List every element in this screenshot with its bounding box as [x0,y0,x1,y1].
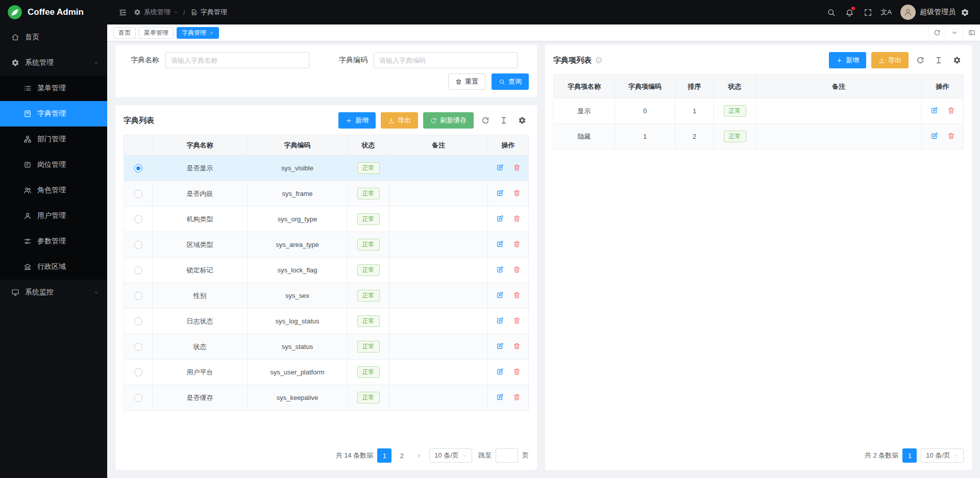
dict-row-sys_area_type[interactable]: 区域类型sys_area_type正常 [124,232,529,258]
edit-icon[interactable] [496,266,504,273]
breadcrumb-item-dict[interactable]: 字典管理 [190,8,227,17]
item-name-cell: 隐藏 [554,124,615,149]
row-radio[interactable] [134,317,142,325]
notification-bell-icon[interactable] [840,0,859,24]
page-size-select[interactable]: 10 条/页 [921,448,964,463]
row-radio[interactable] [134,368,142,376]
tab-home[interactable]: 首页 [113,27,136,39]
next-page-icon[interactable] [413,448,425,463]
sidebar-item-dept-management[interactable]: 部门管理 [0,127,107,152]
delete-icon[interactable] [513,240,521,248]
status-badge: 正常 [357,315,380,328]
table-settings-icon[interactable] [516,114,529,127]
search-icon[interactable] [822,0,840,24]
edit-icon[interactable] [496,215,504,222]
add-dict-item-button[interactable]: 新增 [829,52,866,68]
dict-row-sys_keepalive[interactable]: 是否缓存sys_keepalive正常 [124,385,529,411]
sidebar-item-role-management[interactable]: 角色管理 [0,178,107,203]
sidebar-collapse-icon[interactable] [113,0,132,24]
delete-icon[interactable] [513,215,521,222]
row-radio[interactable] [134,343,142,351]
dict-row-sys_status[interactable]: 状态sys_status正常 [124,334,529,360]
dict-row-sys_lock_flag[interactable]: 锁定标记sys_lock_flag正常 [124,258,529,283]
row-radio[interactable] [134,394,142,402]
delete-icon[interactable] [513,189,521,197]
sidebar-item-system-monitor[interactable]: 系统监控 [0,280,107,305]
edit-icon[interactable] [930,107,938,114]
delete-icon[interactable] [513,164,521,171]
sidebar-item-user-management[interactable]: 用户管理 [0,203,107,229]
settings-gear-icon[interactable] [955,0,974,24]
delete-icon[interactable] [947,132,955,140]
row-radio[interactable] [134,164,142,172]
delete-icon[interactable] [513,393,521,401]
export-dict-item-button[interactable]: 导出 [871,52,909,68]
delete-icon[interactable] [513,291,521,299]
row-radio[interactable] [134,241,142,249]
dict-row-sys_org_type[interactable]: 机构类型sys_org_type正常 [124,207,529,232]
edit-icon[interactable] [496,164,504,171]
column-header: 字典项编码 [615,75,675,98]
breadcrumb-item-system[interactable]: 系统管理 [134,8,178,17]
dict-row-sys_visible[interactable]: 是否显示sys_visible正常 [124,156,529,181]
edit-icon[interactable] [496,240,504,248]
dict-row-sys_sex[interactable]: 性别sys_sex正常 [124,283,529,309]
table-refresh-icon[interactable] [914,54,927,67]
sidebar-item-system-management[interactable]: 系统管理 [0,50,107,76]
table-settings-icon[interactable] [950,54,964,67]
dict-row-sys_frame[interactable]: 是否内嵌sys_frame正常 [124,181,529,207]
sidebar-item-home[interactable]: 首页 [0,24,107,50]
delete-icon[interactable] [513,368,521,375]
fullscreen-icon[interactable] [859,0,877,24]
refresh-page-icon[interactable] [928,24,945,41]
table-refresh-icon[interactable] [479,114,492,127]
row-radio[interactable] [134,190,142,198]
add-dict-button[interactable]: 新增 [338,112,376,129]
translate-icon[interactable]: 文A [877,0,895,24]
layout-toggle-icon[interactable] [963,24,980,41]
sidebar-item-menu-management[interactable]: 菜单管理 [0,76,107,101]
avatar[interactable] [900,5,916,20]
sidebar-item-post-management[interactable]: 岗位管理 [0,152,107,178]
dict-row-sys_user_platform[interactable]: 用户平台sys_user_platform正常 [124,360,529,385]
edit-icon[interactable] [496,189,504,197]
edit-icon[interactable] [496,317,504,324]
dict-name-input[interactable] [165,52,309,68]
edit-icon[interactable] [930,132,938,140]
query-button[interactable]: 查询 [492,73,529,90]
dict-item-row[interactable]: 显示01正常 [554,98,964,124]
column-settings-icon[interactable] [932,54,945,67]
column-settings-icon[interactable] [497,114,510,127]
row-radio[interactable] [134,292,142,300]
app-logo[interactable]: Coffee Admin [0,0,107,24]
delete-icon[interactable] [513,317,521,324]
tab-menu-management[interactable]: 菜单管理 [139,27,174,39]
sidebar-item-param-management[interactable]: 参数管理 [0,229,107,254]
delete-icon[interactable] [513,342,521,350]
sidebar-item-admin-area[interactable]: 行政区域 [0,254,107,280]
tab-dict-management[interactable]: 字典管理 [177,27,219,39]
page-button-2[interactable]: 2 [395,448,409,463]
username[interactable]: 超级管理员 [920,8,955,17]
page-button-1[interactable]: 1 [902,448,917,463]
page-size-select[interactable]: 10 条/页 [429,448,472,463]
reset-button[interactable]: 重置 [448,73,485,90]
dict-row-sys_log_status[interactable]: 日志状态sys_log_status正常 [124,309,529,334]
sidebar-item-dict-management[interactable]: 字典管理 [0,101,107,127]
tab-options-chevron-icon[interactable] [945,24,963,41]
export-dict-button[interactable]: 导出 [381,112,418,129]
edit-icon[interactable] [496,393,504,401]
row-radio[interactable] [134,266,142,274]
page-button-1[interactable]: 1 [377,448,391,463]
close-icon[interactable] [209,31,214,35]
delete-icon[interactable] [947,107,955,114]
delete-icon[interactable] [513,266,521,273]
dict-item-row[interactable]: 隐藏12正常 [554,124,964,149]
edit-icon[interactable] [496,291,504,299]
jump-page-input[interactable] [496,448,518,463]
row-radio[interactable] [134,215,142,223]
edit-icon[interactable] [496,342,504,350]
refresh-cache-button[interactable]: 刷新缓存 [423,112,474,129]
edit-icon[interactable] [496,368,504,375]
dict-code-input[interactable] [374,52,518,68]
